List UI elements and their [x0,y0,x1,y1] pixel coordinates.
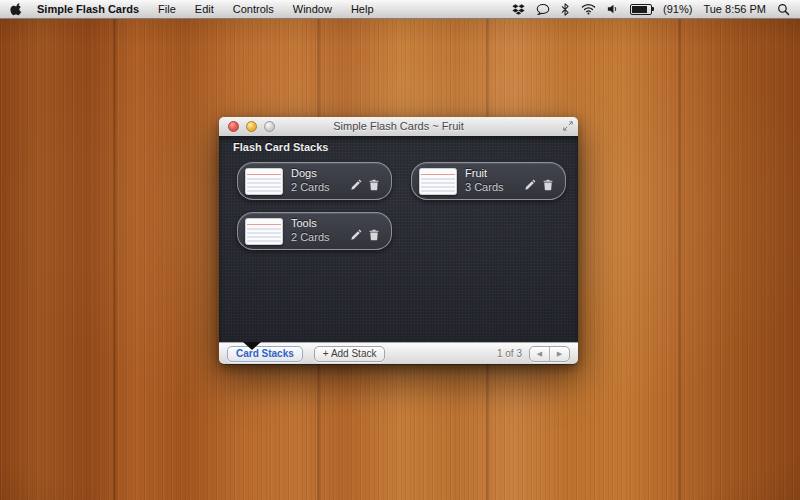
menu-app-name[interactable]: Simple Flash Cards [37,3,139,15]
stack-actions [524,179,554,191]
stack-name: Dogs [291,167,317,179]
pagination-stepper: ◀ ▶ [529,346,570,362]
menu-bar-status: (91%) Tue 8:56 PM [512,3,790,16]
bluetooth-icon[interactable] [561,3,570,16]
delete-trash-icon[interactable] [542,179,554,191]
app-window: Simple Flash Cards ~ Fruit Flash Card St… [219,117,578,364]
stack-count: 2 Cards [291,181,330,193]
card-stacks-button[interactable]: Card Stacks [227,346,303,362]
desktop: Simple Flash Cards File Edit Controls Wi… [0,0,800,500]
stack-count: 2 Cards [291,231,330,243]
add-stack-button[interactable]: + Add Stack [314,346,386,362]
stack-item-tools[interactable]: Tools 2 Cards [237,212,392,250]
stack-name: Fruit [465,167,487,179]
dropbox-icon[interactable] [512,3,525,16]
battery-fill [632,6,647,13]
menu-help[interactable]: Help [351,3,374,15]
window-titlebar[interactable]: Simple Flash Cards ~ Fruit [219,117,578,137]
menu-bar: Simple Flash Cards File Edit Controls Wi… [0,0,800,19]
index-card-icon [245,218,283,245]
battery-tip [652,7,654,11]
spotlight-icon[interactable] [777,3,790,16]
wifi-icon[interactable] [581,3,596,15]
content-header: Flash Card Stacks [233,141,328,153]
prev-page-icon[interactable]: ◀ [530,347,549,361]
stack-count: 3 Cards [465,181,504,193]
delete-trash-icon[interactable] [368,179,380,191]
stack-item-fruit[interactable]: Fruit 3 Cards [411,162,566,200]
chat-bubble-icon[interactable] [536,3,550,16]
close-button[interactable] [228,121,239,132]
edit-pencil-icon[interactable] [524,179,536,191]
menu-bar-left: Simple Flash Cards File Edit Controls Wi… [10,2,393,16]
index-card-icon [419,168,457,195]
stack-item-dogs[interactable]: Dogs 2 Cards [237,162,392,200]
stack-name: Tools [291,217,317,229]
edit-pencil-icon[interactable] [350,179,362,191]
pagination-label: 1 of 3 [497,348,522,359]
minimize-button[interactable] [246,121,257,132]
battery-percent[interactable]: (91%) [663,3,692,15]
menu-window[interactable]: Window [293,3,332,15]
stack-actions [350,179,380,191]
active-tab-pointer [243,342,261,350]
menu-edit[interactable]: Edit [195,3,214,15]
menu-clock[interactable]: Tue 8:56 PM [703,3,766,15]
index-card-icon [245,168,283,195]
flash-card-stacks-view: Flash Card Stacks Dogs 2 Cards [219,136,578,342]
menu-controls[interactable]: Controls [233,3,274,15]
window-title: Simple Flash Cards ~ Fruit [259,117,538,136]
next-page-icon[interactable]: ▶ [549,347,569,361]
menu-file[interactable]: File [158,3,176,15]
fullscreen-icon[interactable] [563,121,573,131]
stack-actions [350,229,380,241]
delete-trash-icon[interactable] [368,229,380,241]
volume-icon[interactable] [607,3,619,15]
edit-pencil-icon[interactable] [350,229,362,241]
apple-menu-icon[interactable] [10,2,23,16]
battery-icon[interactable] [630,4,652,15]
window-toolbar: Card Stacks + Add Stack 1 of 3 ◀ ▶ [219,342,578,364]
